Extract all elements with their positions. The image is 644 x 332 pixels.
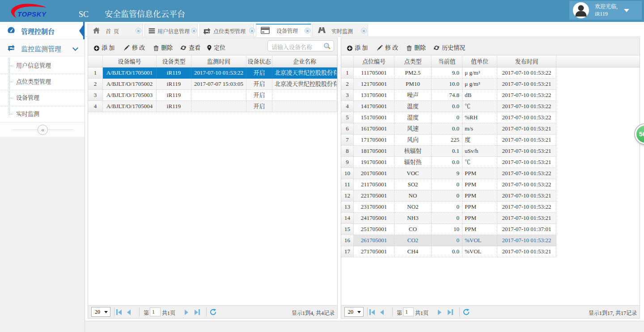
svg-text:TOPSKY: TOPSKY [17, 10, 47, 18]
